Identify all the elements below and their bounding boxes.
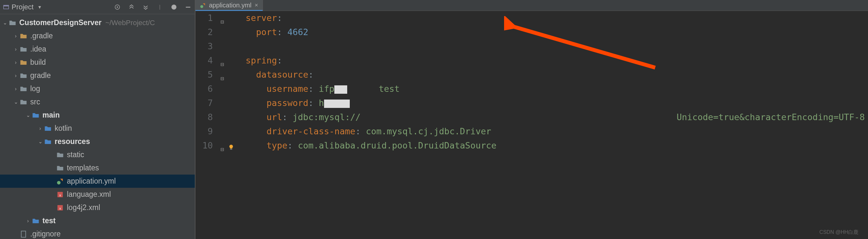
svg-point-3 bbox=[117, 6, 118, 8]
yml-file-icon bbox=[200, 3, 206, 8]
code-line-10[interactable]: type: com.alibaba.druid.pool.DruidDataSo… bbox=[236, 138, 868, 153]
code-line-7[interactable]: password: h bbox=[236, 96, 868, 110]
tree-item-templates[interactable]: templates bbox=[0, 161, 195, 175]
svg-text:x: x bbox=[59, 193, 61, 197]
tree-item-language-xml[interactable]: xlanguage.xml bbox=[0, 188, 195, 201]
tree-item-log[interactable]: ›log bbox=[0, 82, 195, 95]
chevron-down-icon: ▼ bbox=[37, 4, 42, 10]
folder-blue-icon bbox=[32, 217, 39, 224]
tree-item-resources[interactable]: ⌄resources bbox=[0, 135, 195, 148]
svg-rect-4 bbox=[186, 7, 190, 8]
project-root[interactable]: ⌄CustomerDesignServer~/WebProject/C bbox=[0, 16, 195, 29]
svg-rect-12 bbox=[230, 149, 232, 150]
folder-gray-icon bbox=[20, 46, 27, 53]
sidebar-title: Project bbox=[11, 3, 33, 11]
tree-item-application-yml[interactable]: application.yml bbox=[0, 175, 195, 188]
sidebar-header: Project ▼ | bbox=[0, 0, 195, 14]
expand-all-icon[interactable] bbox=[128, 3, 135, 10]
code-line-2[interactable]: port: 4662 bbox=[236, 25, 868, 39]
collapse-all-icon[interactable] bbox=[142, 3, 149, 10]
code-line-5[interactable]: datasource: bbox=[236, 68, 868, 82]
svg-point-5 bbox=[57, 181, 60, 184]
project-selector[interactable]: Project ▼ bbox=[3, 3, 42, 11]
hide-icon[interactable] bbox=[185, 3, 192, 10]
folder-blue-icon bbox=[32, 112, 39, 119]
tree-item-test[interactable]: ›test bbox=[0, 214, 195, 228]
code-line-9[interactable]: driver-class-name: com.mysql.cj.jdbc.Dri… bbox=[236, 124, 868, 138]
tree-item-main[interactable]: ⌄main bbox=[0, 109, 195, 122]
tab-label: application.yml bbox=[209, 2, 251, 9]
folder-gray-icon bbox=[57, 151, 64, 158]
code-line-1[interactable]: server: bbox=[236, 11, 868, 25]
settings-icon[interactable] bbox=[170, 3, 178, 10]
fold-gutter[interactable]: ⊟⊟⊟⊟ bbox=[218, 11, 227, 239]
file-icon bbox=[20, 231, 27, 238]
tree-item--gradle[interactable]: ›.gradle bbox=[0, 29, 195, 43]
tree-item-src[interactable]: ⌄src bbox=[0, 95, 195, 109]
code-area[interactable]: server: port: 4662spring: datasource: us… bbox=[236, 11, 868, 239]
yml-icon bbox=[57, 178, 64, 185]
svg-rect-10 bbox=[21, 231, 26, 237]
icon-gutter bbox=[227, 11, 236, 239]
select-opened-file-icon[interactable] bbox=[114, 3, 121, 10]
xml-icon: x bbox=[57, 204, 64, 211]
tree-item--idea[interactable]: ›.idea bbox=[0, 43, 195, 56]
folder-yellow-icon bbox=[20, 32, 27, 39]
tree-item-static[interactable]: static bbox=[0, 148, 195, 161]
editor[interactable]: 12345678910 ⊟⊟⊟⊟ server: port: 4662sprin… bbox=[195, 11, 868, 239]
project-tree[interactable]: ⌄CustomerDesignServer~/WebProject/C›.gra… bbox=[0, 14, 195, 239]
folder-blue-icon bbox=[44, 125, 52, 132]
editor-tabbar: application.yml × bbox=[195, 0, 868, 11]
tree-item-log4j2-xml[interactable]: xlog4j2.xml bbox=[0, 201, 195, 214]
line-number-gutter: 12345678910 bbox=[195, 11, 218, 239]
code-line-6[interactable]: username: ifp test bbox=[236, 82, 868, 96]
close-icon[interactable]: × bbox=[255, 2, 258, 9]
tree-item-gradle[interactable]: ›gradle bbox=[0, 69, 195, 82]
code-line-3[interactable] bbox=[236, 39, 868, 53]
folder-blue-icon bbox=[44, 138, 52, 145]
folder-gray-icon bbox=[57, 165, 64, 172]
watermark: CSDN @HH白鹿 bbox=[819, 229, 858, 236]
folder-gray-icon bbox=[20, 85, 27, 92]
folder-yellow-icon bbox=[20, 59, 27, 66]
tree-item-kotlin[interactable]: ›kotlin bbox=[0, 122, 195, 135]
folder-gray-icon bbox=[20, 99, 27, 106]
folder-gray-icon bbox=[20, 72, 27, 79]
svg-rect-1 bbox=[3, 5, 9, 6]
svg-point-11 bbox=[200, 5, 203, 8]
tree-item--gitignore[interactable]: .gitignore bbox=[0, 228, 195, 239]
xml-icon: x bbox=[57, 191, 64, 198]
project-icon bbox=[3, 4, 9, 10]
code-line-4[interactable]: spring: bbox=[236, 53, 868, 68]
intention-bulb-icon[interactable] bbox=[227, 141, 235, 155]
tab-application-yml[interactable]: application.yml × bbox=[195, 0, 263, 10]
svg-text:x: x bbox=[59, 206, 61, 210]
tree-item-build[interactable]: ›build bbox=[0, 56, 195, 69]
